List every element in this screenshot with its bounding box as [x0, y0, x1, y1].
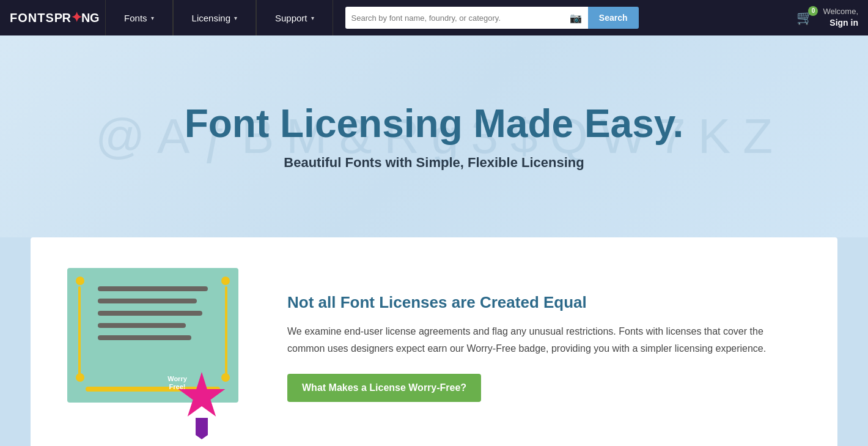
worry-free-button[interactable]: What Makes a License Worry-Free? — [287, 374, 481, 402]
cert-corner-tr — [221, 277, 230, 285]
search-input-wrap: 📷 — [345, 7, 588, 29]
text-content: Not all Font Licenses are Created Equal … — [287, 293, 801, 401]
support-chevron-icon: ▾ — [311, 15, 314, 21]
badge-star — [177, 372, 226, 421]
worry-free-badge: Worry Free! — [177, 372, 226, 421]
welcome-greeting: Welcome, — [823, 7, 858, 17]
cert-line-1 — [98, 286, 208, 291]
cert-vline-left — [78, 286, 81, 376]
nav-right: 🛒 0 Welcome, Sign in — [796, 7, 858, 28]
welcome-signin[interactable]: Welcome, Sign in — [823, 7, 858, 28]
cert-card: Worry Free! — [67, 268, 238, 403]
signin-link: Sign in — [823, 17, 858, 28]
content-section: Worry Free! Not all Font Licenses are Cr… — [31, 237, 837, 446]
cart-button[interactable]: 🛒 0 — [796, 10, 813, 26]
logo-text: FONTSPR✦NG — [10, 10, 99, 26]
nav-licensing[interactable]: Licensing ▾ — [173, 0, 256, 35]
search-input[interactable] — [351, 13, 570, 23]
support-label: Support — [275, 13, 307, 23]
logo[interactable]: FONTSPR✦NG — [10, 10, 99, 26]
cart-badge: 0 — [808, 6, 818, 16]
search-area: 📷 Search — [345, 7, 639, 29]
search-button[interactable]: Search — [588, 7, 639, 29]
nav-fonts[interactable]: Fonts ▾ — [105, 0, 173, 35]
cert-line-3 — [98, 311, 202, 316]
cert-corner-tl — [76, 277, 84, 285]
badge-ribbon — [196, 418, 208, 439]
cert-vline-right — [225, 286, 227, 376]
hero-section: @ A ƒ B M & R g 3 $ Q W 7 K Z Font Licen… — [0, 35, 868, 237]
licensing-chevron-icon: ▾ — [234, 15, 237, 21]
fonts-label: Fonts — [124, 13, 147, 23]
nav-support[interactable]: Support ▾ — [256, 0, 333, 35]
licensing-label: Licensing — [192, 13, 230, 23]
cert-line-2 — [98, 299, 197, 303]
nav-menu: Fonts ▾ Licensing ▾ Support ▾ — [105, 0, 333, 35]
content-body: We examine end-user license agreements a… — [287, 323, 801, 356]
fonts-chevron-icon: ▾ — [151, 15, 154, 21]
cert-lines — [98, 286, 208, 340]
cert-line-4 — [98, 323, 186, 328]
content-title: Not all Font Licenses are Created Equal — [287, 293, 801, 312]
hero-title: Font Licensing Made Easy. — [185, 102, 684, 145]
hero-subtitle: Beautiful Fonts with Simple, Flexible Li… — [284, 155, 584, 171]
navigation: FONTSPR✦NG Fonts ▾ Licensing ▾ Support ▾… — [0, 0, 868, 35]
license-illustration: Worry Free! — [67, 268, 251, 427]
cert-line-5 — [98, 335, 191, 340]
camera-icon[interactable]: 📷 — [570, 12, 582, 24]
